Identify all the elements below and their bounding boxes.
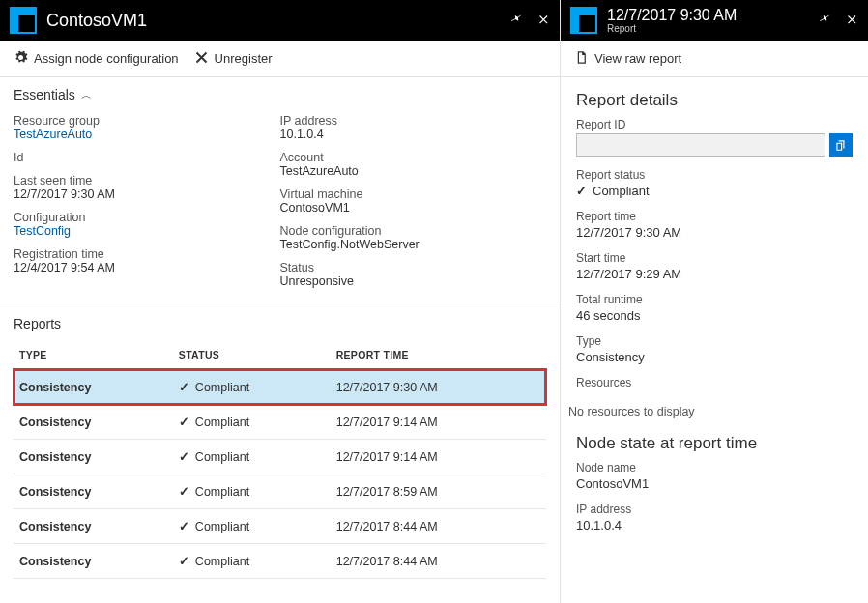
essentials-label: Registration time	[14, 247, 280, 261]
assign-node-config-button[interactable]: Assign node configuration	[14, 50, 179, 68]
essentials-label: Resource group	[14, 114, 280, 128]
essentials-value[interactable]: TestAzureAuto	[14, 128, 280, 141]
essentials-value: TestConfig.NotWebServer	[280, 238, 547, 251]
gear-icon	[14, 50, 28, 68]
report-type-cell: Consistency	[14, 544, 173, 579]
report-status-cell: ✓Compliant	[173, 369, 331, 405]
essentials-field: ConfigurationTestConfig	[14, 211, 280, 238]
reports-col-header[interactable]: REPORT TIME	[331, 341, 546, 369]
status-text: Compliant	[195, 381, 249, 394]
node-blade: ContosoVM1 Assign node configuration Unr…	[0, 0, 561, 603]
report-type-cell: Consistency	[14, 405, 173, 440]
reports-heading: Reports	[14, 316, 546, 331]
blade-icon	[10, 7, 37, 34]
table-row[interactable]: Consistency✓Compliant12/7/2017 8:44 AM	[14, 544, 546, 579]
reports-col-header[interactable]: STATUS	[173, 341, 331, 369]
report-time-cell: 12/7/2017 8:59 AM	[331, 474, 546, 509]
copy-report-id-button[interactable]	[829, 133, 853, 157]
essentials-field: Node configurationTestConfig.NotWebServe…	[280, 224, 547, 251]
essentials-value: Unresponsive	[280, 274, 547, 288]
essentials-field: Virtual machineContosoVM1	[280, 187, 547, 215]
unregister-button[interactable]: Unregister	[194, 50, 273, 68]
report-status-cell: ✓Compliant	[173, 509, 331, 544]
check-icon: ✓	[576, 184, 587, 198]
report-status-cell: ✓Compliant	[173, 544, 331, 579]
table-row[interactable]: Consistency✓Compliant12/7/2017 9:14 AM	[14, 440, 546, 474]
essentials-field: StatusUnresponsive	[280, 261, 547, 288]
pin-icon[interactable]	[818, 13, 831, 29]
node-state-section: Node state at report time Node name Cont…	[561, 424, 868, 550]
report-details-section: Report details Report ID Report status ✓…	[561, 77, 868, 399]
assign-label: Assign node configuration	[34, 51, 179, 66]
report-type-cell: Consistency	[14, 440, 173, 474]
type-label: Type	[576, 334, 853, 348]
status-text: Compliant	[195, 416, 249, 429]
resources-empty: No resources to display	[561, 399, 868, 424]
check-icon: ✓	[179, 484, 189, 499]
table-row[interactable]: Consistency✓Compliant12/7/2017 8:44 AM	[14, 509, 546, 544]
right-toolbar: View raw report	[561, 41, 868, 77]
view-raw-report-button[interactable]: View raw report	[574, 50, 681, 68]
essentials-label: Id	[14, 151, 280, 164]
left-blade-title: ContosoVM1	[46, 11, 509, 31]
type-value: Consistency	[576, 350, 853, 364]
reports-table: TYPESTATUSREPORT TIME Consistency✓Compli…	[14, 341, 546, 579]
status-text: Compliant	[195, 485, 249, 499]
essentials-label: Last seen time	[14, 174, 280, 187]
start-time-value: 12/7/2017 9:29 AM	[576, 267, 853, 281]
report-type-cell: Consistency	[14, 509, 173, 544]
essentials-value[interactable]: TestConfig	[14, 224, 280, 238]
essentials-value: 10.1.0.4	[280, 128, 547, 141]
status-text: Compliant	[195, 520, 249, 533]
essentials-value: 12/7/2017 9:30 AM	[14, 187, 280, 201]
runtime-value: 46 seconds	[576, 308, 853, 323]
essentials-left-col: Resource groupTestAzureAutoIdLast seen t…	[14, 114, 280, 288]
report-blade: 12/7/2017 9:30 AM Report View raw report…	[561, 0, 868, 603]
essentials-field: AccountTestAzureAuto	[280, 151, 547, 178]
x-icon	[194, 50, 209, 68]
report-time-label: Report time	[576, 210, 853, 223]
report-time-value: 12/7/2017 9:30 AM	[576, 225, 853, 240]
essentials-label: Status	[280, 261, 547, 274]
report-status-label: Report status	[576, 168, 853, 182]
report-id-label: Report ID	[576, 118, 853, 131]
report-id-input[interactable]	[576, 133, 825, 157]
essentials-field: Id	[14, 151, 280, 164]
report-type-cell: Consistency	[14, 369, 173, 405]
table-row[interactable]: Consistency✓Compliant12/7/2017 8:59 AM	[14, 474, 546, 509]
node-name-value: ContosoVM1	[576, 476, 853, 491]
report-time-cell: 12/7/2017 9:14 AM	[331, 405, 546, 440]
report-time-cell: 12/7/2017 9:30 AM	[331, 369, 546, 405]
report-status-cell: ✓Compliant	[173, 474, 331, 509]
report-status-cell: ✓Compliant	[173, 440, 331, 474]
close-icon[interactable]	[845, 13, 858, 29]
ip-label: IP address	[576, 502, 853, 516]
check-icon: ✓	[179, 449, 189, 464]
start-time-label: Start time	[576, 251, 853, 265]
check-icon: ✓	[179, 519, 189, 533]
reports-section: Reports TYPESTATUSREPORT TIME Consistenc…	[0, 302, 560, 603]
report-time-cell: 12/7/2017 8:44 AM	[331, 509, 546, 544]
node-state-heading: Node state at report time	[576, 434, 853, 453]
table-row[interactable]: Consistency✓Compliant12/7/2017 9:30 AM	[14, 369, 546, 405]
close-icon[interactable]	[536, 13, 550, 29]
pin-icon[interactable]	[509, 13, 523, 29]
essentials-right-col: IP address10.1.0.4AccountTestAzureAutoVi…	[280, 114, 547, 288]
left-header: ContosoVM1	[0, 0, 560, 41]
runtime-label: Total runtime	[576, 293, 853, 306]
unregister-label: Unregister	[215, 51, 273, 66]
check-icon: ✓	[179, 554, 189, 568]
right-blade-title: 12/7/2017 9:30 AM	[607, 7, 818, 24]
check-icon: ✓	[179, 380, 189, 394]
right-blade-subtitle: Report	[607, 23, 818, 34]
report-status-cell: ✓Compliant	[173, 405, 331, 440]
essentials-field: Resource groupTestAzureAuto	[14, 114, 280, 141]
essentials-toggle[interactable]: Essentials ︿	[14, 87, 546, 102]
view-raw-label: View raw report	[594, 51, 681, 66]
document-icon	[574, 50, 589, 68]
report-type-cell: Consistency	[14, 474, 173, 509]
check-icon: ✓	[179, 415, 189, 429]
reports-col-header[interactable]: TYPE	[14, 341, 173, 369]
essentials-field: Last seen time12/7/2017 9:30 AM	[14, 174, 280, 201]
table-row[interactable]: Consistency✓Compliant12/7/2017 9:14 AM	[14, 405, 546, 440]
